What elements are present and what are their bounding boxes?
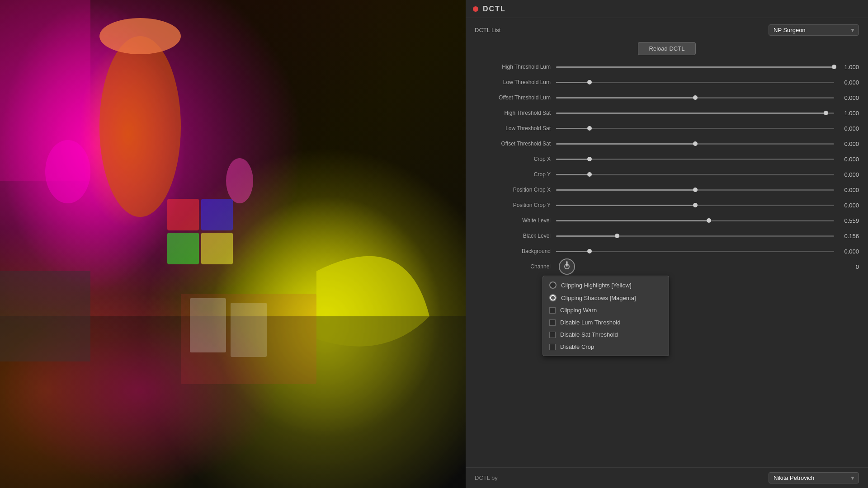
reload-dctl-button[interactable]: Reload DCTL bbox=[638, 42, 696, 55]
dropdown-item-2[interactable]: Clipping Warn bbox=[543, 304, 669, 316]
slider-row-0: High Threshold Lum1.000 bbox=[475, 61, 859, 73]
slider-track-12[interactable] bbox=[556, 251, 834, 252]
check-box-4 bbox=[549, 332, 556, 338]
svg-rect-11 bbox=[201, 233, 233, 264]
check-circle-0 bbox=[549, 282, 557, 289]
header-dot bbox=[473, 6, 478, 12]
dctl-list-dropdown-wrapper: NP Surgeon ▼ bbox=[769, 24, 859, 36]
slider-value-9: 0.000 bbox=[834, 202, 859, 209]
slider-track-7[interactable] bbox=[556, 174, 834, 175]
slider-track-1[interactable] bbox=[556, 82, 834, 83]
slider-value-12: 0.000 bbox=[834, 248, 859, 255]
check-box-5 bbox=[549, 344, 556, 350]
slider-value-0: 1.000 bbox=[834, 64, 859, 70]
slider-value-5: 0.000 bbox=[834, 141, 859, 147]
panel-content: DCTL List NP Surgeon ▼ Reload DCTL High … bbox=[466, 18, 868, 467]
slider-label-1: Low Threshold Lum bbox=[475, 79, 556, 85]
slider-track-2[interactable] bbox=[556, 97, 834, 99]
slider-value-3: 1.000 bbox=[834, 110, 859, 117]
slider-thumb-12[interactable] bbox=[587, 249, 592, 253]
dropdown-item-0[interactable]: Clipping Highlights [Yellow] bbox=[543, 279, 669, 291]
panel-header: DCTL bbox=[466, 0, 868, 18]
slider-label-3: High Threshold Sat bbox=[475, 110, 556, 116]
slider-label-4: Low Threshold Sat bbox=[475, 125, 556, 131]
slider-row-9: Position Crop Y0.000 bbox=[475, 199, 859, 211]
dctl-author-dropdown[interactable]: Nikita Petrovich bbox=[769, 472, 859, 483]
svg-point-1 bbox=[99, 18, 181, 54]
slider-label-9: Position Crop Y bbox=[475, 202, 556, 208]
slider-track-11[interactable] bbox=[556, 235, 834, 237]
channel-value: 0 bbox=[834, 263, 859, 270]
slider-thumb-9[interactable] bbox=[693, 203, 698, 207]
slider-value-1: 0.000 bbox=[834, 79, 859, 86]
slider-label-8: Position Crop X bbox=[475, 187, 556, 193]
slider-thumb-7[interactable] bbox=[587, 172, 592, 177]
dropdown-item-3[interactable]: Disable Lum Threshold bbox=[543, 316, 669, 328]
slider-track-0[interactable] bbox=[556, 66, 834, 68]
svg-rect-8 bbox=[167, 199, 199, 230]
channel-dial[interactable] bbox=[559, 258, 575, 275]
dctl-by-row: DCTL by Nikita Petrovich ▼ bbox=[466, 467, 868, 488]
slider-row-3: High Threshold Sat1.000 bbox=[475, 107, 859, 119]
svg-rect-6 bbox=[231, 303, 267, 357]
check-box-3 bbox=[549, 319, 556, 326]
slider-label-2: Offset Threshold Lum bbox=[475, 94, 556, 101]
image-preview-area bbox=[0, 0, 466, 488]
slider-row-8: Position Crop X0.000 bbox=[475, 183, 859, 196]
slider-value-4: 0.000 bbox=[834, 125, 859, 132]
check-circle-1 bbox=[549, 294, 557, 301]
dropdown-item-5[interactable]: Disable Crop bbox=[543, 341, 669, 353]
slider-thumb-1[interactable] bbox=[587, 80, 592, 84]
svg-point-0 bbox=[99, 36, 181, 217]
slider-row-1: Low Threshold Lum0.000 bbox=[475, 76, 859, 89]
slider-thumb-2[interactable] bbox=[693, 95, 698, 100]
slider-thumb-8[interactable] bbox=[693, 188, 698, 192]
slider-value-2: 0.000 bbox=[834, 94, 859, 101]
svg-rect-10 bbox=[167, 233, 199, 264]
slider-value-10: 0.559 bbox=[834, 217, 859, 224]
svg-point-12 bbox=[45, 140, 90, 203]
dropdown-item-4[interactable]: Disable Sat Threshold bbox=[543, 328, 669, 341]
slider-label-11: Black Level bbox=[475, 233, 556, 239]
reload-btn-row: Reload DCTL bbox=[475, 42, 859, 55]
dctl-list-dropdown[interactable]: NP Surgeon bbox=[769, 24, 859, 36]
slider-track-5[interactable] bbox=[556, 143, 834, 145]
dropdown-item-label-1: Clipping Shadows [Magenta] bbox=[561, 295, 636, 301]
slider-thumb-3[interactable] bbox=[824, 111, 828, 115]
slider-track-4[interactable] bbox=[556, 128, 834, 129]
slider-track-8[interactable] bbox=[556, 189, 834, 191]
slider-label-12: Background bbox=[475, 248, 556, 254]
sliders-container: High Threshold Lum1.000Low Threshold Lum… bbox=[475, 61, 859, 258]
dctl-author-dropdown-wrapper: Nikita Petrovich ▼ bbox=[769, 472, 859, 483]
slider-label-10: White Level bbox=[475, 217, 556, 224]
slider-thumb-10[interactable] bbox=[707, 218, 711, 223]
slider-row-10: White Level0.559 bbox=[475, 214, 859, 227]
channel-dropdown-menu: Clipping Highlights [Yellow]Clipping Sha… bbox=[542, 276, 669, 356]
slider-label-7: Crop Y bbox=[475, 171, 556, 178]
check-box-2 bbox=[549, 307, 556, 314]
slider-track-3[interactable] bbox=[556, 113, 834, 114]
slider-track-6[interactable] bbox=[556, 159, 834, 160]
panel-title: DCTL bbox=[483, 5, 506, 13]
slider-label-5: Offset Threshold Sat bbox=[475, 141, 556, 147]
slider-track-10[interactable] bbox=[556, 220, 834, 221]
channel-row: Channel 0 Clipping Highlights [Yellow]Cl… bbox=[475, 260, 859, 273]
slider-thumb-11[interactable] bbox=[615, 234, 619, 238]
slider-row-12: Background0.000 bbox=[475, 245, 859, 258]
dropdown-item-1[interactable]: Clipping Shadows [Magenta] bbox=[543, 291, 669, 304]
slider-row-11: Black Level0.156 bbox=[475, 230, 859, 242]
svg-rect-7 bbox=[0, 271, 90, 361]
dctl-list-label: DCTL List bbox=[475, 27, 500, 33]
slider-thumb-5[interactable] bbox=[693, 141, 698, 146]
dropdown-item-label-3: Disable Lum Threshold bbox=[560, 319, 620, 326]
slider-thumb-6[interactable] bbox=[587, 157, 592, 161]
slider-thumb-4[interactable] bbox=[587, 126, 592, 131]
slider-row-7: Crop Y0.000 bbox=[475, 168, 859, 181]
slider-thumb-0[interactable] bbox=[832, 65, 836, 69]
slider-track-9[interactable] bbox=[556, 205, 834, 206]
svg-rect-9 bbox=[201, 199, 233, 230]
svg-point-13 bbox=[226, 158, 253, 203]
slider-row-6: Crop X0.000 bbox=[475, 153, 859, 165]
slider-value-7: 0.000 bbox=[834, 171, 859, 178]
svg-rect-5 bbox=[190, 298, 226, 352]
